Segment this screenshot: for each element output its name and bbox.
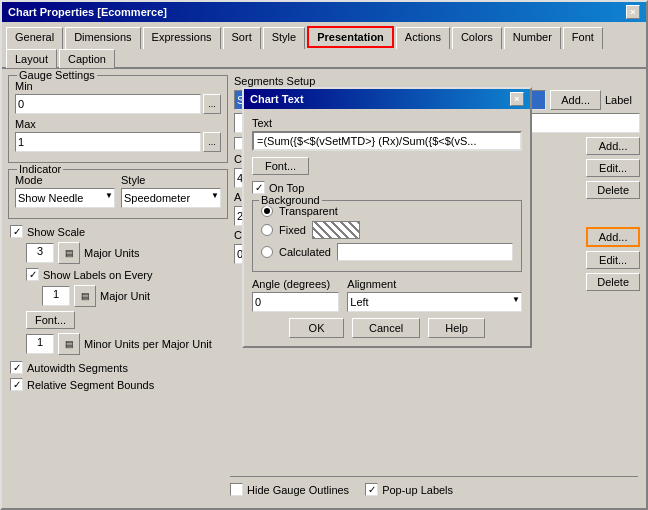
- on-top-label: On Top: [269, 182, 304, 194]
- text-field-label: Text: [252, 117, 522, 129]
- dialog-overlay: Chart Text × Text Font... ✓ On Top Backg…: [2, 2, 646, 508]
- alignment-field: Alignment Left Center Right: [347, 278, 522, 312]
- fixed-label: Fixed: [279, 224, 306, 236]
- on-top-checkbox[interactable]: ✓: [252, 181, 265, 194]
- fixed-radio[interactable]: [261, 224, 273, 236]
- chart-text-dialog: Chart Text × Text Font... ✓ On Top Backg…: [242, 87, 532, 348]
- angle-alignment-section: Angle (degrees) Alignment Left Center Ri…: [252, 278, 522, 312]
- dialog-font-btn[interactable]: Font...: [252, 157, 309, 175]
- main-window: Chart Properties [Ecommerce] × General D…: [0, 0, 648, 510]
- angle-field: Angle (degrees): [252, 278, 339, 312]
- calculated-radio[interactable]: [261, 246, 273, 258]
- transparent-label: Transparent: [279, 205, 338, 217]
- dialog-close-btn[interactable]: ×: [510, 92, 524, 106]
- background-label: Background: [259, 194, 322, 206]
- calculated-label: Calculated: [279, 246, 331, 258]
- dialog-buttons: OK Cancel Help: [252, 318, 522, 338]
- calculated-input[interactable]: [337, 243, 513, 261]
- cancel-btn[interactable]: Cancel: [352, 318, 420, 338]
- transparent-radio[interactable]: [261, 205, 273, 217]
- fixed-row: Fixed: [261, 221, 513, 239]
- dialog-title-bar: Chart Text ×: [244, 89, 530, 109]
- help-btn[interactable]: Help: [428, 318, 485, 338]
- alignment-select-wrapper: Left Center Right: [347, 292, 522, 312]
- angle-degrees-input[interactable]: [252, 292, 339, 312]
- calculated-row: Calculated: [261, 243, 513, 261]
- dialog-text-input[interactable]: [252, 131, 522, 151]
- dialog-title: Chart Text: [250, 93, 304, 105]
- alignment-field-label: Alignment: [347, 278, 522, 290]
- transparent-row: Transparent: [261, 205, 513, 217]
- dialog-body: Text Font... ✓ On Top Background Transpa…: [244, 109, 530, 346]
- ok-btn[interactable]: OK: [289, 318, 344, 338]
- on-top-row: ✓ On Top: [252, 181, 522, 194]
- fixed-color-preview[interactable]: [312, 221, 360, 239]
- angle-field-label: Angle (degrees): [252, 278, 339, 290]
- background-group: Background Transparent Fixed Calculated: [252, 200, 522, 272]
- alignment-select[interactable]: Left Center Right: [347, 292, 522, 312]
